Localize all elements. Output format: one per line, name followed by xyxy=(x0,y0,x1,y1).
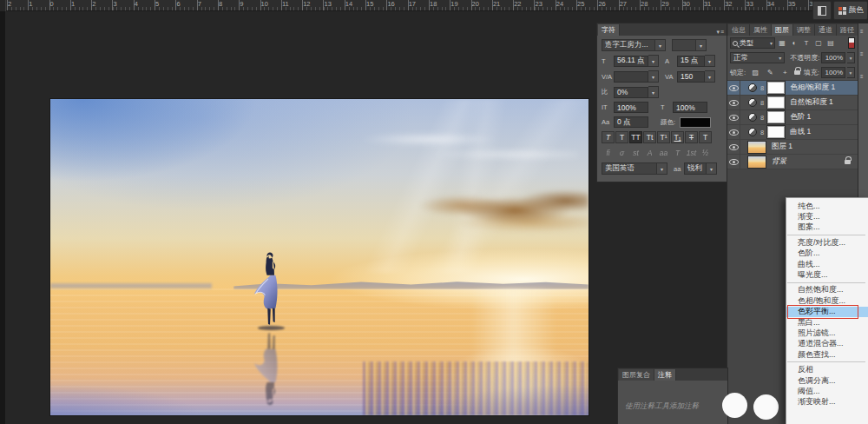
fill-field[interactable]: 100% xyxy=(821,67,845,78)
type-style-button[interactable]: T xyxy=(615,131,628,143)
opentype-button[interactable]: σ xyxy=(615,147,628,159)
kerning-dropdown-button[interactable] xyxy=(648,70,659,83)
opentype-button[interactable]: fi xyxy=(602,147,615,159)
tracking-field[interactable]: 150 xyxy=(677,71,705,83)
text-color-swatch[interactable] xyxy=(680,117,711,128)
filter-type-text-icon[interactable]: T xyxy=(801,39,812,47)
visibility-toggle[interactable] xyxy=(727,96,740,109)
panel-tab[interactable]: 属性 xyxy=(750,24,772,36)
menu-item[interactable]: 通道混合器... xyxy=(786,339,868,349)
opacity-dropdown-button[interactable] xyxy=(847,52,855,63)
font-style-select[interactable] xyxy=(672,39,696,51)
menu-item[interactable]: 亮度/对比度... xyxy=(786,237,868,248)
layer-row[interactable]: 色阶 1 xyxy=(727,110,858,125)
leading-dropdown-button[interactable] xyxy=(705,55,715,67)
menu-item[interactable]: 纯色... xyxy=(786,201,868,211)
tracking-dropdown-button[interactable] xyxy=(705,70,715,83)
opentype-button[interactable]: A xyxy=(643,147,656,159)
type-style-button[interactable]: T¹ xyxy=(657,131,670,143)
menu-item[interactable]: 照片滤镜... xyxy=(786,328,868,338)
layer-row[interactable]: 自然饱和度 1 xyxy=(727,96,858,110)
layer-mask-thumbnail[interactable] xyxy=(767,126,785,138)
opentype-button[interactable]: T xyxy=(671,147,684,159)
type-style-button[interactable]: T xyxy=(685,131,698,143)
blend-mode-select[interactable]: 正常 ▾ xyxy=(730,52,785,63)
filter-type-select[interactable]: 类型 ▾ xyxy=(730,37,775,49)
arrange-panels-button[interactable] xyxy=(812,1,832,20)
type-style-button[interactable]: Tt xyxy=(643,131,656,143)
menu-item[interactable]: 反相 xyxy=(786,364,868,374)
font-size-field[interactable]: 56.11 点 xyxy=(614,56,648,67)
menu-item[interactable]: 渐变... xyxy=(786,211,868,222)
visibility-toggle[interactable] xyxy=(727,110,740,124)
menu-item[interactable]: 渐变映射... xyxy=(786,397,868,407)
font-style-dropdown-button[interactable] xyxy=(696,39,707,51)
document-canvas[interactable] xyxy=(50,99,589,415)
lock-transparency-icon[interactable]: ▨ xyxy=(750,69,760,76)
font-family-select[interactable]: 造字工房力... xyxy=(602,39,655,51)
horizontal-ruler[interactable]: 2101234567891011121314151617181920212223… xyxy=(0,0,812,11)
type-style-button[interactable]: T xyxy=(699,131,712,143)
vertical-scale-field[interactable]: 100% xyxy=(614,102,648,113)
opentype-button[interactable]: ½ xyxy=(699,147,712,159)
horizontal-scale-field[interactable]: 100% xyxy=(673,102,707,113)
panel-tab[interactable]: 路径 xyxy=(837,24,858,36)
font-size-dropdown-button[interactable] xyxy=(648,55,659,67)
filter-adjustment-icon[interactable]: ◐ xyxy=(789,39,799,47)
filter-smart-object-icon[interactable]: ▤ xyxy=(825,39,836,47)
menu-item[interactable]: 曝光度... xyxy=(786,269,868,280)
layer-thumbnail[interactable] xyxy=(747,141,766,154)
menu-item[interactable]: 阈值... xyxy=(786,386,868,396)
menu-item[interactable]: 色调分离... xyxy=(786,375,868,386)
opentype-button[interactable]: 1st xyxy=(685,147,698,159)
menu-item[interactable]: 颜色查找... xyxy=(786,349,868,360)
panel-tab[interactable]: 图层 xyxy=(772,24,793,36)
opacity-field[interactable]: 100% xyxy=(821,52,845,63)
antialias-select[interactable]: 锐利 xyxy=(684,162,707,175)
layer-row[interactable]: 背景 xyxy=(727,155,858,169)
kerning-field[interactable] xyxy=(614,71,648,83)
proportional-spacing-dropdown-button[interactable] xyxy=(648,86,659,98)
antialias-dropdown-button[interactable] xyxy=(707,162,717,175)
language-select[interactable]: 美国英语 xyxy=(602,162,657,175)
visibility-toggle[interactable] xyxy=(727,155,740,169)
panel-menu-icon[interactable]: ▾≡ xyxy=(713,29,727,36)
menu-item[interactable]: 图案... xyxy=(786,222,868,233)
color-workspace-button[interactable]: 颜色 xyxy=(833,1,868,20)
baseline-shift-field[interactable]: 0 点 xyxy=(614,116,648,128)
opentype-button[interactable]: aa xyxy=(657,147,670,159)
opentype-button[interactable]: st xyxy=(629,147,642,159)
visibility-toggle[interactable] xyxy=(727,140,740,154)
lock-position-icon[interactable]: + xyxy=(779,69,790,76)
menu-item[interactable]: 黑白... xyxy=(786,317,868,328)
filter-toggle-switch[interactable] xyxy=(848,37,855,49)
visibility-toggle[interactable] xyxy=(727,81,740,95)
leading-field[interactable]: 15 点 xyxy=(677,56,705,67)
type-style-button[interactable]: TT xyxy=(629,131,642,143)
menu-item[interactable]: 曲线... xyxy=(786,259,868,269)
lock-all-icon[interactable] xyxy=(794,70,800,75)
filter-shape-icon[interactable]: ▢ xyxy=(813,39,824,47)
layer-mask-thumbnail[interactable] xyxy=(767,96,785,109)
panel-tab[interactable]: 调整 xyxy=(793,24,815,36)
font-family-dropdown-button[interactable] xyxy=(655,39,666,51)
layer-mask-thumbnail[interactable] xyxy=(767,111,785,123)
layer-row[interactable]: 图层 1 xyxy=(727,140,858,155)
tab-character[interactable]: 字符 xyxy=(598,24,620,36)
filter-pixel-icon[interactable]: ▦ xyxy=(777,39,787,47)
menu-item[interactable]: 自然饱和度... xyxy=(786,285,868,295)
proportional-spacing-field[interactable]: 0% xyxy=(614,87,648,98)
lock-pixels-icon[interactable]: ✎ xyxy=(765,69,775,76)
panel-tab[interactable]: 信息 xyxy=(728,24,750,36)
type-style-button[interactable]: T xyxy=(602,131,615,143)
panel-tab[interactable]: 图层复合 xyxy=(619,369,654,381)
menu-item[interactable]: 色相/饱和度... xyxy=(786,295,868,306)
panel-tab[interactable]: 注释 xyxy=(654,369,676,381)
visibility-toggle[interactable] xyxy=(727,125,740,139)
menu-item[interactable]: 色阶... xyxy=(786,248,868,259)
layer-row[interactable]: 曲线 1 xyxy=(727,125,858,140)
layer-row[interactable]: 色相/饱和度 1 xyxy=(727,81,858,96)
type-style-button[interactable]: T₁ xyxy=(671,131,684,143)
layer-thumbnail[interactable] xyxy=(747,156,766,169)
language-dropdown-button[interactable] xyxy=(657,162,667,175)
